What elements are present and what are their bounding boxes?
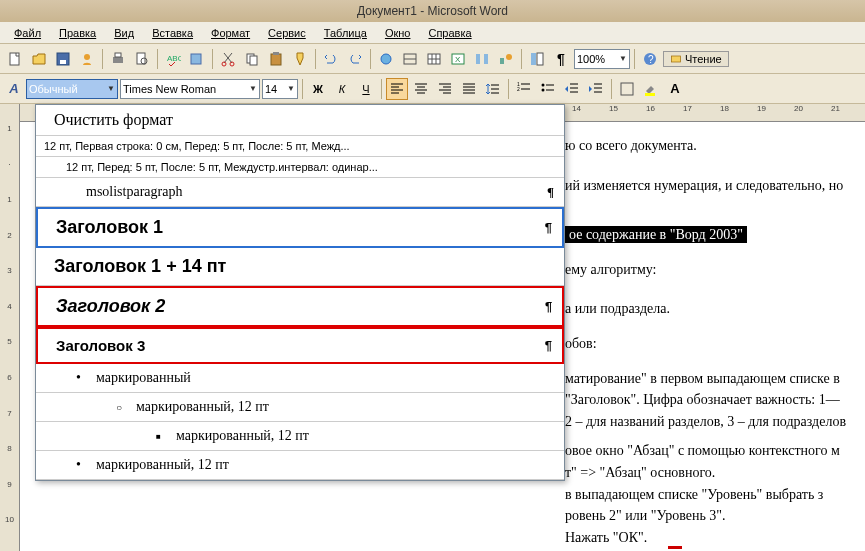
underline-button[interactable]: Ч — [355, 78, 377, 100]
zoom-combo[interactable]: 100%▼ — [574, 49, 630, 69]
align-justify-button[interactable] — [458, 78, 480, 100]
doc-highlight: ое содержание в "Ворд 2003" — [565, 226, 747, 243]
menu-format[interactable]: Формат — [203, 25, 258, 41]
separator — [634, 49, 635, 69]
preview-icon[interactable] — [131, 48, 153, 70]
doc-line: ровень 2" или "Уровень 3". — [565, 506, 865, 526]
doc-line: овое окно "Абзац" с помощью контекстного… — [565, 441, 865, 461]
style-heading1-14[interactable]: Заголовок 1 + 14 пт — [36, 248, 564, 286]
spellcheck-icon[interactable]: ABC — [162, 48, 184, 70]
style-item-msolist[interactable]: msolistparagraph¶ — [36, 178, 564, 207]
svg-rect-30 — [537, 53, 543, 65]
borders-button[interactable] — [616, 78, 638, 100]
style-heading1[interactable]: Заголовок 1¶ — [36, 207, 564, 248]
tables-borders-icon[interactable] — [399, 48, 421, 70]
save-icon[interactable] — [52, 48, 74, 70]
styles-pane-icon[interactable]: A — [4, 81, 24, 96]
menu-bar: Файл Правка Вид Вставка Формат Сервис Та… — [0, 22, 865, 44]
menu-help[interactable]: Справка — [420, 25, 479, 41]
svg-rect-2 — [60, 60, 66, 64]
align-left-button[interactable] — [386, 78, 408, 100]
permissions-icon[interactable] — [76, 48, 98, 70]
format-painter-icon[interactable] — [289, 48, 311, 70]
svg-rect-26 — [484, 54, 488, 64]
redo-icon[interactable] — [344, 48, 366, 70]
font-combo[interactable]: Times New Roman▼ — [120, 79, 260, 99]
separator — [370, 49, 371, 69]
undo-icon[interactable] — [320, 48, 342, 70]
vertical-ruler: 1·12345678910 — [0, 104, 20, 551]
bold-button[interactable]: Ж — [307, 78, 329, 100]
align-center-button[interactable] — [410, 78, 432, 100]
document-body[interactable]: ю со всего документа. ий изменяется нуме… — [565, 104, 865, 549]
svg-rect-33 — [672, 56, 681, 62]
separator — [381, 79, 382, 99]
font-color-button[interactable]: A — [664, 78, 686, 100]
menu-tools[interactable]: Сервис — [260, 25, 314, 41]
drawing-icon[interactable] — [495, 48, 517, 70]
paste-icon[interactable] — [265, 48, 287, 70]
svg-rect-67 — [621, 83, 633, 95]
hyperlink-icon[interactable] — [375, 48, 397, 70]
increase-indent-button[interactable] — [585, 78, 607, 100]
style-combo[interactable]: Обычный▼ — [26, 79, 118, 99]
svg-point-16 — [381, 54, 391, 64]
size-combo[interactable]: 14▼ — [262, 79, 298, 99]
style-bullet[interactable]: маркированный — [36, 364, 564, 393]
svg-text:ABC: ABC — [167, 54, 181, 63]
doc-line: а или подраздела. — [565, 299, 865, 319]
excel-icon[interactable]: X — [447, 48, 469, 70]
show-pilcrow-icon[interactable]: ¶ — [550, 48, 572, 70]
research-icon[interactable] — [186, 48, 208, 70]
menu-view[interactable]: Вид — [106, 25, 142, 41]
svg-point-3 — [84, 54, 90, 60]
print-icon[interactable] — [107, 48, 129, 70]
copy-icon[interactable] — [241, 48, 263, 70]
style-bullet-12[interactable]: маркированный, 12 пт — [36, 422, 564, 451]
doc-line: ю со всего документа. — [565, 136, 865, 156]
menu-edit[interactable]: Правка — [51, 25, 104, 41]
title-bar: Документ1 - Microsoft Word — [0, 0, 865, 22]
workspace: 1·12345678910 ·1234567891011121314151617… — [0, 104, 865, 551]
style-bullet-12[interactable]: маркированный, 12 пт — [36, 451, 564, 480]
doc-map-icon[interactable] — [526, 48, 548, 70]
svg-point-58 — [542, 88, 545, 91]
doc-line: обов: — [565, 334, 865, 354]
decrease-indent-button[interactable] — [561, 78, 583, 100]
reading-mode-button[interactable]: Чтение — [663, 51, 729, 67]
window-title: Документ1 - Microsoft Word — [357, 4, 508, 18]
italic-button[interactable]: К — [331, 78, 353, 100]
highlight-button[interactable] — [640, 78, 662, 100]
style-item[interactable]: 12 пт, Перед: 5 пт, После: 5 пт, Междуст… — [36, 157, 564, 178]
standard-toolbar: ABC X ¶ 100%▼ ? Чтение — [0, 44, 865, 74]
doc-line: ему алгоритму: — [565, 260, 865, 280]
columns-icon[interactable] — [471, 48, 493, 70]
svg-rect-5 — [115, 53, 121, 57]
align-right-button[interactable] — [434, 78, 456, 100]
svg-point-28 — [506, 54, 512, 60]
style-heading3[interactable]: Заголовок 3¶ — [36, 327, 564, 364]
cut-icon[interactable] — [217, 48, 239, 70]
menu-file[interactable]: Файл — [6, 25, 49, 41]
clear-format-item[interactable]: Очистить формат — [36, 105, 564, 136]
numbered-list-button[interactable]: 12 — [513, 78, 535, 100]
style-bullet-12[interactable]: маркированный, 12 пт — [36, 393, 564, 422]
new-doc-icon[interactable] — [4, 48, 26, 70]
svg-rect-14 — [271, 54, 281, 65]
style-dropdown: Очистить формат 12 пт, Первая строка: 0 … — [35, 104, 565, 481]
svg-text:?: ? — [648, 54, 654, 65]
menu-insert[interactable]: Вставка — [144, 25, 201, 41]
separator — [102, 49, 103, 69]
help-icon[interactable]: ? — [639, 48, 661, 70]
doc-line: "Заголовок". Цифра обозначает важность: … — [565, 390, 865, 410]
style-heading2[interactable]: Заголовок 2¶ — [36, 286, 564, 327]
open-icon[interactable] — [28, 48, 50, 70]
line-spacing-button[interactable] — [482, 78, 504, 100]
bullet-list-button[interactable] — [537, 78, 559, 100]
style-item[interactable]: 12 пт, Первая строка: 0 см, Перед: 5 пт,… — [36, 136, 564, 157]
menu-table[interactable]: Таблица — [316, 25, 375, 41]
separator — [611, 79, 612, 99]
insert-table-icon[interactable] — [423, 48, 445, 70]
menu-window[interactable]: Окно — [377, 25, 419, 41]
formatting-toolbar: A Обычный▼ Times New Roman▼ 14▼ Ж К Ч 12… — [0, 74, 865, 104]
